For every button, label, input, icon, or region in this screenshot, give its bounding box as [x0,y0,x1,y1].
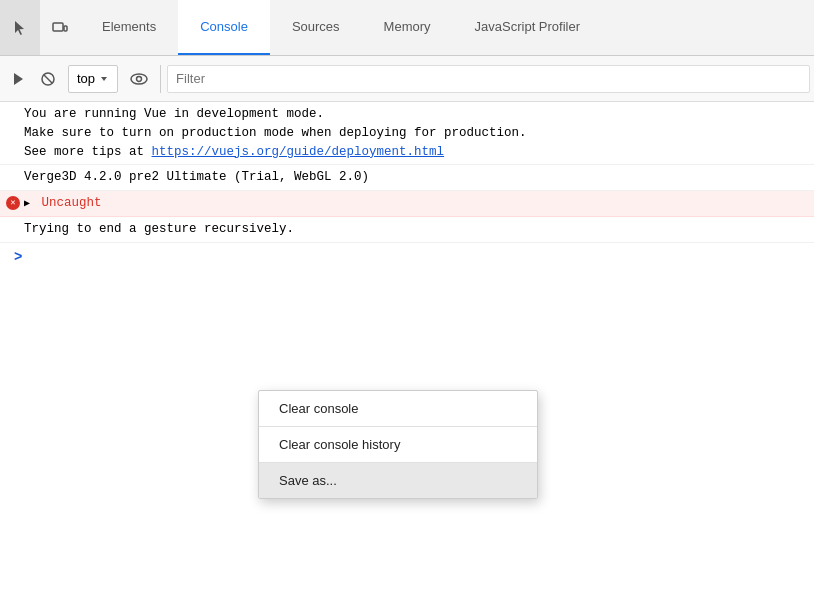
deployment-link[interactable]: https://vuejs.org/guide/deployment.html [152,145,445,159]
context-menu: Clear console Clear console history Save… [258,390,538,499]
device-icon[interactable] [40,0,80,55]
svg-marker-5 [101,77,107,81]
svg-point-7 [137,76,142,81]
console-toolbar: top [0,56,814,102]
svg-rect-1 [64,26,67,31]
console-line-error: ▶ Uncaught [0,191,814,217]
svg-point-6 [131,74,147,84]
console-prompt[interactable]: > [0,243,814,271]
console-output: You are running Vue in development mode.… [0,102,814,613]
tab-memory[interactable]: Memory [362,0,453,55]
expand-triangle[interactable]: ▶ [24,196,30,211]
eye-icon[interactable] [124,63,154,95]
tab-js-profiler[interactable]: JavaScript Profiler [453,0,602,55]
svg-rect-0 [53,23,63,31]
tab-elements[interactable]: Elements [80,0,178,55]
error-icon [6,196,20,210]
toolbar-divider [160,65,161,93]
svg-marker-2 [14,73,23,85]
context-dropdown[interactable]: top [68,65,118,93]
tab-sources[interactable]: Sources [270,0,362,55]
console-line-gesture: Trying to end a gesture recursively. [0,217,814,243]
tab-bar: Elements Console Sources Memory JavaScri… [0,0,814,56]
svg-line-4 [44,75,52,83]
prompt-char: > [14,249,22,265]
filter-input[interactable] [167,65,810,93]
console-line-vue: You are running Vue in development mode.… [0,102,814,165]
execute-icon[interactable] [4,63,32,95]
console-line-verge3d: Verge3D 4.2.0 pre2 Ultimate (Trial, WebG… [0,165,814,191]
tab-console[interactable]: Console [178,0,270,55]
context-menu-save-as[interactable]: Save as... [259,463,537,498]
cursor-icon[interactable] [0,0,40,55]
context-menu-clear-history[interactable]: Clear console history [259,427,537,462]
context-menu-clear-console[interactable]: Clear console [259,391,537,426]
error-label: Uncaught [42,196,102,210]
clear-icon[interactable] [34,63,62,95]
